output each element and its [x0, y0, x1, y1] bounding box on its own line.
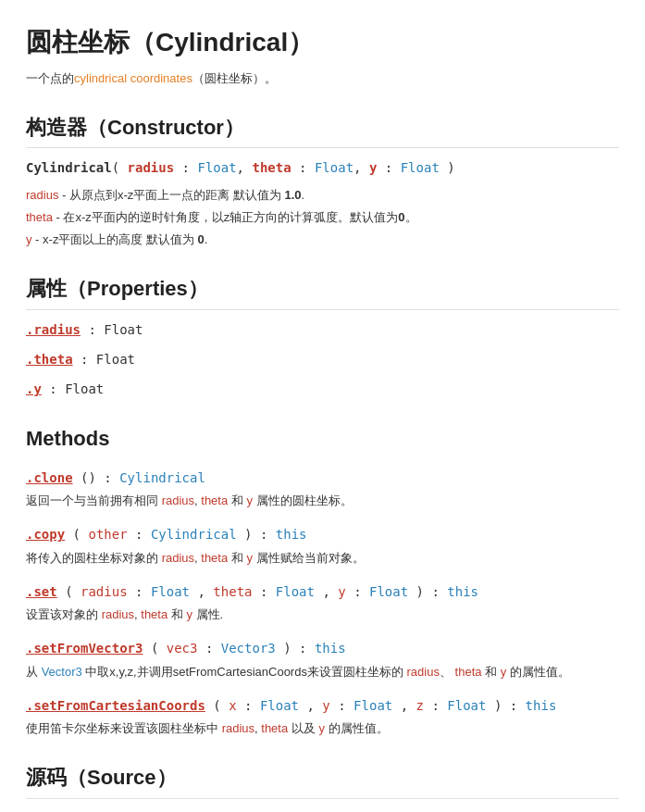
set-close: ) : — [416, 584, 448, 599]
sfc-colon1: : — [244, 698, 260, 713]
subtitle-text: 一个点的 — [26, 71, 74, 85]
set-type-float3: Float — [369, 584, 408, 599]
set-radius-link[interactable]: radius — [102, 607, 134, 621]
methods-section-title: Methods — [26, 422, 619, 455]
property-y-link[interactable]: .y — [26, 381, 42, 396]
subtitle: 一个点的cylindrical coordinates（圆柱坐标）。 — [26, 69, 619, 89]
clone-y-link[interactable]: y — [246, 493, 253, 507]
method-setfromvector3-sig: .setFromVector3 ( vec3 : Vector3 ) : thi… — [26, 638, 619, 658]
sfc-type3: Float — [447, 698, 486, 713]
constructor-type-float1: Float — [197, 160, 236, 175]
setfromvector3-link[interactable]: .setFromVector3 — [26, 641, 143, 656]
set-params: ( — [65, 584, 81, 599]
sfv3-return: this — [315, 641, 346, 656]
method-copy-sig: .copy ( other : Cylindrical ) : this — [26, 524, 619, 544]
method-clone-sig: .clone () : Cylindrical — [26, 468, 619, 488]
copy-desc: 将传入的圆柱坐标对象的 radius, theta 和 y 属性赋给当前对象。 — [26, 548, 619, 568]
constructor-desc-y: y - x-z平面以上的高度 默认值为 0. — [26, 230, 619, 250]
copy-radius-link[interactable]: radius — [162, 551, 194, 565]
constructor-type-float3: Float — [401, 160, 440, 175]
constructor-descriptions: radius - 从原点到x-z平面上一点的距离 默认值为 1.0. theta… — [26, 185, 619, 250]
set-return: this — [447, 584, 478, 599]
constructor-section-title: 构造器（Constructor） — [26, 111, 619, 148]
sfc-colon2: : — [338, 698, 354, 713]
method-setfromcartesian: .setFromCartesianCoords ( x : Float , y … — [26, 695, 619, 739]
sfc-type2: Float — [354, 698, 392, 713]
theta-link[interactable]: theta — [26, 210, 53, 224]
sfv3-y-link[interactable]: y — [501, 665, 507, 679]
property-radius-type: : Float — [88, 322, 143, 337]
sfc-theta-link[interactable]: theta — [261, 721, 288, 735]
sfc-param-y: y — [322, 698, 329, 713]
sfc-comma2: , — [401, 698, 416, 713]
sfv3-param-type: Vector3 — [221, 641, 276, 656]
constructor-desc-theta: theta - 在x-z平面内的逆时针角度，以z轴正方向的计算弧度。默认值为0。 — [26, 207, 619, 228]
set-param-radius: radius — [81, 584, 128, 599]
sfv3-colon: : — [205, 641, 221, 656]
sfc-y-link[interactable]: y — [318, 721, 325, 735]
property-theta-type: : Float — [81, 352, 135, 367]
copy-theta-link[interactable]: theta — [201, 551, 228, 565]
sfc-return: this — [526, 698, 557, 713]
constructor-param-theta: theta — [252, 160, 291, 175]
sfc-paren-open: ( — [213, 698, 229, 713]
set-comma1: , — [197, 584, 213, 599]
setfromcartesian-link[interactable]: .setFromCartesianCoords — [26, 698, 205, 713]
clone-radius-link[interactable]: radius — [162, 493, 194, 507]
set-type-float2: Float — [276, 584, 315, 599]
sfc-type1: Float — [260, 698, 299, 713]
sfc-param-x: x — [229, 698, 236, 713]
copy-colon: : — [135, 527, 151, 542]
subtitle-suffix: （圆柱坐标）。 — [192, 71, 277, 85]
clone-params: () : — [81, 470, 119, 485]
set-param-y: y — [338, 584, 345, 599]
set-theta-link[interactable]: theta — [141, 607, 167, 621]
method-setfromvector3: .setFromVector3 ( vec3 : Vector3 ) : thi… — [26, 638, 619, 681]
clone-desc: 返回一个与当前拥有相同 radius, theta 和 y 属性的圆柱坐标。 — [26, 491, 619, 511]
sfc-comma1: , — [307, 698, 323, 713]
copy-link[interactable]: .copy — [26, 527, 65, 542]
constructor-fn-name: Cylindrical — [26, 160, 112, 175]
property-y-type: : Float — [49, 381, 104, 396]
method-set: .set ( radius : Float , theta : Float , … — [26, 581, 619, 625]
clone-return: Cylindrical — [119, 470, 205, 485]
constructor-type-float2: Float — [315, 160, 354, 175]
clone-theta-link[interactable]: theta — [201, 493, 228, 507]
sfc-desc: 使用笛卡尔坐标来设置该圆柱坐标中 radius, theta 以及 y 的属性值… — [26, 718, 619, 739]
property-y: .y : Float — [26, 379, 619, 399]
page-title: 圆柱坐标（Cylindrical） — [26, 22, 619, 64]
y-link[interactable]: y — [26, 232, 32, 246]
property-theta-link[interactable]: .theta — [26, 352, 73, 367]
copy-return: this — [276, 527, 307, 542]
set-desc: 设置该对象的 radius, theta 和 y 属性. — [26, 605, 619, 625]
set-comma2: , — [322, 584, 338, 599]
set-colon1: : — [135, 584, 151, 599]
sfc-radius-link[interactable]: radius — [222, 721, 254, 735]
radius-link[interactable]: radius — [26, 188, 58, 202]
method-setfromcartesian-sig: .setFromCartesianCoords ( x : Float , y … — [26, 695, 619, 716]
sfv3-desc: 从 Vector3 中取x,y,z,并调用setFromCartesianCoo… — [26, 662, 619, 682]
sfv3-radius-link[interactable]: radius — [407, 665, 440, 679]
sfv3-theta-link[interactable]: theta — [452, 665, 482, 679]
constructor-param-radius: radius — [119, 160, 181, 175]
method-copy: .copy ( other : Cylindrical ) : this 将传入… — [26, 524, 619, 568]
constructor-param-y: y — [369, 160, 377, 175]
set-param-theta: theta — [213, 584, 252, 599]
source-section-title: 源码（Source） — [26, 761, 619, 798]
constructor-desc-radius: radius - 从原点到x-z平面上一点的距离 默认值为 1.0. — [26, 185, 619, 206]
sfv3-vector3-link[interactable]: Vector3 — [42, 665, 82, 679]
cylindrical-link[interactable]: cylindrical coordinates — [74, 71, 192, 85]
copy-param-name: other — [88, 527, 127, 542]
sfc-close: ) : — [494, 698, 526, 713]
constructor-signature: Cylindrical( radius : Float, theta : Flo… — [26, 157, 619, 178]
property-theta: .theta : Float — [26, 349, 619, 369]
copy-y-link[interactable]: y — [246, 551, 253, 565]
copy-paren-close: ) : — [244, 527, 276, 542]
property-radius: .radius : Float — [26, 319, 619, 340]
property-radius-link[interactable]: .radius — [26, 322, 81, 337]
set-colon3: : — [354, 584, 369, 599]
clone-link[interactable]: .clone — [26, 470, 73, 485]
properties-section-title: 属性（Properties） — [26, 272, 619, 309]
set-link[interactable]: .set — [26, 584, 57, 599]
set-y-link[interactable]: y — [186, 607, 192, 621]
